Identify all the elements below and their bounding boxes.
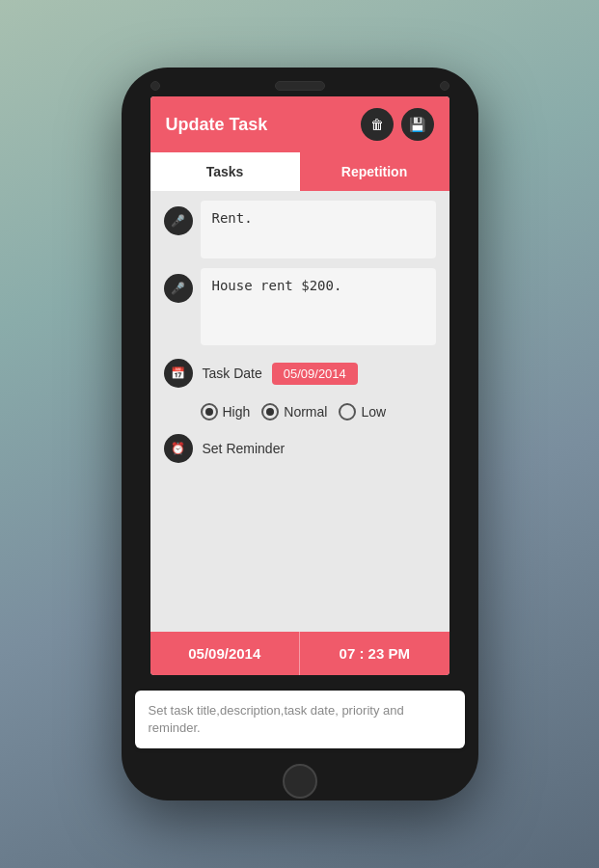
app-body: 🎤 Rent. 🎤 House rent $200. 📅 Task Date 0…: [150, 191, 449, 632]
radio-low[interactable]: [339, 403, 356, 420]
home-button[interactable]: [283, 764, 317, 799]
radio-high-inner: [205, 408, 213, 416]
save-icon: 💾: [409, 117, 425, 132]
header-icons: 🗑 💾: [361, 108, 434, 141]
priority-row: High Normal Low: [164, 401, 436, 422]
phone-bottom: [283, 762, 317, 800]
priority-low[interactable]: Low: [339, 403, 386, 420]
phone-screen: Update Task 🗑 💾 Tasks Repetition: [150, 96, 449, 675]
description-input-row: 🎤 House rent $200.: [164, 268, 436, 345]
delete-button[interactable]: 🗑: [361, 108, 394, 141]
alarm-icon: ⏰: [164, 434, 193, 463]
priority-high[interactable]: High: [201, 403, 251, 420]
priority-normal[interactable]: Normal: [261, 403, 327, 420]
tooltip-text: Set task title,description,task date, pr…: [149, 703, 404, 735]
speaker-grill: [275, 81, 325, 91]
mic-icon-title[interactable]: 🎤: [164, 206, 193, 235]
radio-normal-inner: [266, 408, 274, 416]
phone-shell: Update Task 🗑 💾 Tasks Repetition: [122, 68, 478, 800]
priority-normal-label: Normal: [284, 404, 327, 420]
title-input-row: 🎤 Rent.: [164, 201, 436, 258]
datetime-date[interactable]: 05/09/2014: [150, 632, 300, 675]
radio-normal[interactable]: [261, 403, 279, 420]
phone-top-bar: [122, 68, 478, 96]
mic-icon-desc[interactable]: 🎤: [164, 274, 193, 303]
front-camera-right: [440, 81, 449, 91]
trash-icon: 🗑: [370, 117, 384, 132]
app-header: Update Task 🗑 💾: [150, 96, 449, 152]
calendar-icon: 📅: [164, 359, 193, 388]
tab-repetition[interactable]: Repetition: [300, 152, 449, 191]
priority-high-label: High: [223, 404, 251, 420]
save-button[interactable]: 💾: [401, 108, 434, 141]
tooltip-box: Set task title,description,task date, pr…: [135, 691, 465, 748]
task-date-value[interactable]: 05/09/2014: [272, 363, 358, 385]
task-description-input[interactable]: House rent $200.: [201, 268, 436, 345]
tab-tasks[interactable]: Tasks: [150, 152, 300, 191]
app-title: Update Task: [166, 115, 268, 135]
reminder-label: Set Reminder: [203, 441, 286, 456]
datetime-footer: 05/09/2014 07 : 23 PM: [150, 632, 449, 675]
datetime-time[interactable]: 07 : 23 PM: [299, 632, 449, 675]
radio-high[interactable]: [201, 403, 218, 420]
screen-content: Update Task 🗑 💾 Tasks Repetition: [150, 96, 449, 675]
task-date-row: 📅 Task Date 05/09/2014: [164, 355, 436, 392]
front-camera-left: [150, 81, 160, 91]
task-title-input[interactable]: Rent.: [201, 201, 436, 258]
tabs-bar: Tasks Repetition: [150, 152, 449, 191]
priority-low-label: Low: [361, 404, 386, 420]
reminder-row: ⏰ Set Reminder: [164, 432, 436, 465]
task-date-label: Task Date: [203, 366, 262, 381]
